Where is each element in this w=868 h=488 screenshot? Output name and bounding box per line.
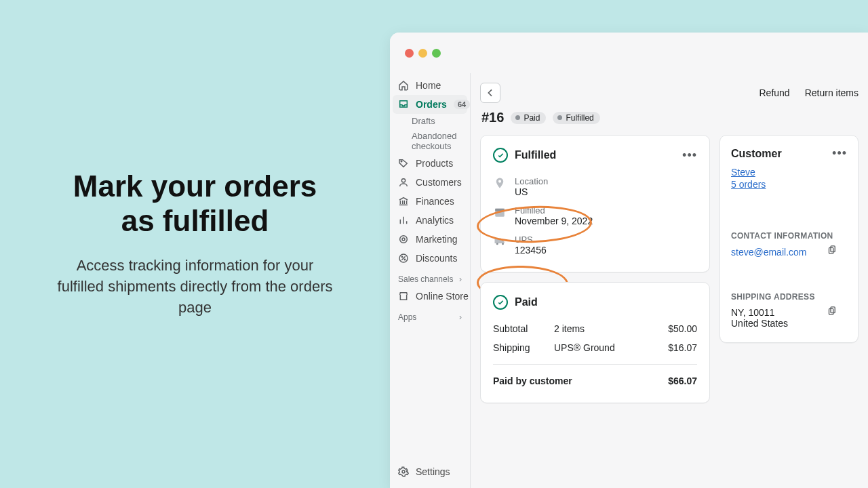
truck-icon [493,236,507,247]
minimize-window-button[interactable] [418,49,427,58]
chevron-right-icon: › [459,312,462,322]
nav-label: Online Store [416,291,469,302]
nav-label: Products [416,158,453,169]
order-id: #16 [481,110,504,125]
contact-info-title: CONTACT INFORMATION [731,231,847,241]
customer-name-link[interactable]: Steve [731,167,755,178]
tag-icon [398,158,409,169]
paid-total-row: Paid by customer $66.07 [493,371,697,390]
card-title: Paid [515,296,538,308]
status-fulfilled-pill: Fulfilled [553,112,599,124]
copy-icon[interactable] [827,306,837,316]
location-icon [493,178,507,188]
svg-point-10 [496,243,498,245]
nav-label: Finances [416,196,454,207]
card-title: Fulfilled [515,149,556,161]
nav-label: Home [416,80,441,91]
back-button[interactable] [480,83,500,103]
chevron-right-icon: › [459,274,462,284]
svg-point-7 [402,470,405,473]
bank-icon [398,196,409,207]
inbox-icon [398,99,409,110]
customer-card: Customer ••• Steve 5 orders CONTACT INFO… [719,135,859,343]
nav-settings[interactable]: Settings [393,462,467,481]
more-button[interactable]: ••• [682,148,697,163]
promo-headline: Mark your orders as fulfilled [54,169,336,238]
nav-label: Settings [416,466,450,477]
tracking-number-link[interactable]: 123456 [515,245,547,256]
nav-abandoned-checkouts[interactable]: Abandoned checkouts [393,129,467,154]
svg-rect-9 [495,209,505,211]
subtotal-row: Subtotal 2 items $50.00 [493,319,697,338]
calendar-icon [493,207,507,218]
target-icon [398,234,409,245]
copy-icon[interactable] [827,245,837,255]
status-paid-pill: Paid [511,112,546,124]
nav-products[interactable]: Products [393,154,467,173]
main-content: Refund Return items #16 Paid Fulfilled [470,73,868,488]
svg-point-0 [401,161,402,162]
shipping-row: Shipping UPS® Ground $16.07 [493,338,697,357]
customer-orders-link[interactable]: 5 orders [731,179,766,190]
shipping-address-title: SHIPPING ADDRESS [731,292,847,302]
user-icon [398,177,409,188]
nav-customers[interactable]: Customers [393,173,467,192]
return-items-link[interactable]: Return items [805,87,859,98]
svg-point-5 [401,256,402,257]
store-icon [398,291,409,302]
nav-sales-channels-header[interactable]: Sales channels › [393,268,467,287]
location-row: Location US [493,172,697,201]
more-button[interactable]: ••• [832,146,847,161]
nav-label: Analytics [416,215,454,226]
fulfilled-card: Fulfilled ••• Location US [480,135,710,272]
customer-email-link[interactable]: steve@email.com [731,247,806,258]
nav-finances[interactable]: Finances [393,192,467,211]
window-titlebar [390,33,868,73]
nav-label: Marketing [416,234,457,245]
nav-online-store[interactable]: Online Store [393,287,467,306]
svg-point-3 [402,238,405,241]
chart-icon [398,215,409,226]
maximize-window-button[interactable] [432,49,441,58]
sidebar: Home Orders 64 Drafts Abandoned checkout… [390,73,470,488]
check-circle-icon [493,295,508,310]
fulfilled-date-row: Fulfilled November 9, 2022 [493,201,697,230]
nav-label: Discounts [416,253,457,264]
gear-icon [398,466,409,477]
close-window-button[interactable] [405,49,414,58]
promo-subtext: Access tracking information for your ful… [54,256,336,318]
shipping-country: United States [731,318,847,329]
svg-point-1 [401,178,405,182]
promo-panel: Mark your orders as fulfilled Access tra… [0,0,390,488]
svg-point-2 [400,235,408,243]
refund-link[interactable]: Refund [759,87,789,98]
nav-discounts[interactable]: Discounts [393,249,467,268]
orders-count-badge: 64 [454,100,470,109]
nav-apps-header[interactable]: Apps › [393,306,467,325]
app-window: Home Orders 64 Drafts Abandoned checkout… [390,33,868,488]
nav-drafts[interactable]: Drafts [393,114,467,129]
nav-marketing[interactable]: Marketing [393,230,467,249]
home-icon [398,80,409,91]
carrier-row: UPS 123456 [493,230,697,260]
nav-analytics[interactable]: Analytics [393,211,467,230]
nav-label: Orders [416,99,447,110]
nav-home[interactable]: Home [393,76,467,95]
paid-card: Paid Subtotal 2 items $50.00 Shipping UP… [480,282,710,403]
card-title: Customer [731,148,782,160]
check-circle-icon [493,148,508,163]
svg-point-11 [502,243,504,245]
svg-point-6 [404,259,405,260]
discount-icon [398,253,409,264]
nav-orders[interactable]: Orders 64 [393,95,467,114]
nav-label: Customers [416,177,462,188]
